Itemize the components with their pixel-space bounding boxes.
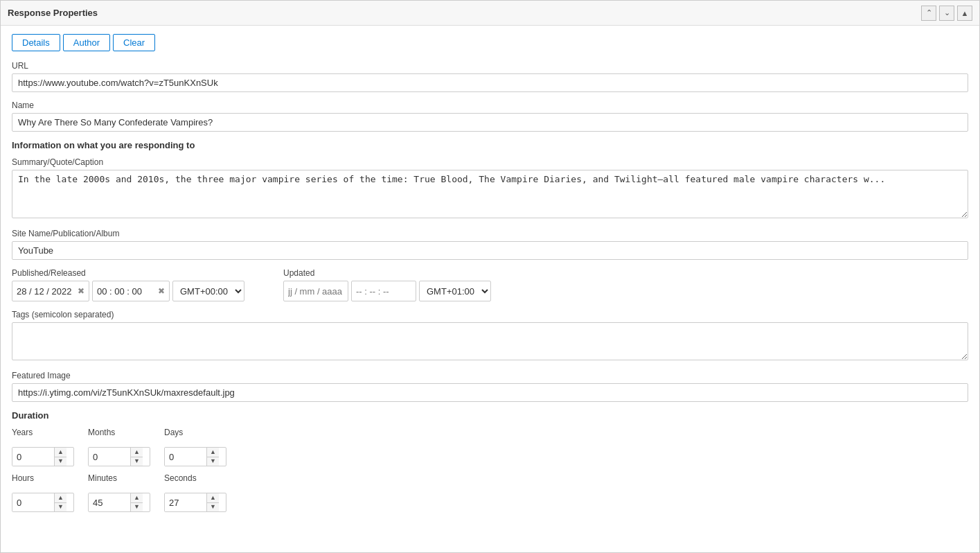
hours-increment[interactable]: ▲ <box>55 493 66 503</box>
panel-title: Response Properties <box>8 8 98 18</box>
panel-header: Response Properties ⌃ ⌄ ▲ <box>1 1 979 26</box>
hours-label: Hours <box>12 473 74 483</box>
years-decrement[interactable]: ▼ <box>55 457 66 466</box>
name-label: Name <box>12 100 968 110</box>
years-label: Years <box>12 428 74 437</box>
updated-time-input[interactable] <box>356 286 411 297</box>
published-tz-select[interactable]: GMT+00:00 GMT+01:00 GMT-05:00 <box>172 281 244 301</box>
months-spinner: ▲ ▼ <box>88 447 150 466</box>
panel-body: Details Author Clear URL Name Informatio… <box>1 26 979 527</box>
years-spinner-btns: ▲ ▼ <box>54 448 66 466</box>
tab-bar: Details Author Clear <box>12 34 968 51</box>
summary-field-group: Summary/Quote/Caption In the late 2000s … <box>12 157 968 220</box>
months-increment[interactable]: ▲ <box>131 448 143 457</box>
months-decrement[interactable]: ▼ <box>131 457 143 466</box>
updated-date-box <box>283 281 348 301</box>
duration-row-1: Years ▲ ▼ Months ▲ <box>12 428 968 466</box>
updated-fields: GMT+00:00 GMT+01:00 GMT-05:00 <box>283 281 491 301</box>
updated-date-input[interactable] <box>288 286 344 297</box>
published-time-clear[interactable]: ✖ <box>158 286 165 296</box>
years-spinner: ▲ ▼ <box>12 447 74 466</box>
days-spinner-btns: ▲ ▼ <box>206 448 219 466</box>
duration-row-2: Hours ▲ ▼ Minutes ▲ <box>12 473 968 512</box>
published-time-input[interactable] <box>97 286 152 297</box>
tab-details[interactable]: Details <box>12 34 60 51</box>
minutes-decrement[interactable]: ▼ <box>131 503 143 512</box>
minutes-increment[interactable]: ▲ <box>131 493 143 503</box>
published-fields: ✖ ✖ GMT+00:00 GMT+01:00 GMT-05:00 <box>12 281 244 301</box>
name-input[interactable] <box>12 113 968 132</box>
featured-image-field-group: Featured Image <box>12 371 968 402</box>
hours-input[interactable] <box>12 493 54 511</box>
url-label: URL <box>12 61 968 71</box>
duration-section: Duration Years ▲ ▼ Months <box>12 410 968 512</box>
summary-label: Summary/Quote/Caption <box>12 157 968 167</box>
updated-time-box <box>351 281 416 301</box>
updated-tz-select[interactable]: GMT+00:00 GMT+01:00 GMT-05:00 <box>419 281 491 301</box>
tags-field-group: Tags (semicolon separated) <box>12 310 968 362</box>
seconds-item: Seconds ▲ ▼ <box>164 473 226 512</box>
months-item: Months ▲ ▼ <box>88 428 150 466</box>
days-decrement[interactable]: ▼ <box>207 457 219 466</box>
seconds-input[interactable] <box>165 493 206 511</box>
hours-item: Hours ▲ ▼ <box>12 473 74 512</box>
tags-label: Tags (semicolon separated) <box>12 310 968 319</box>
collapse-down-button[interactable]: ⌄ <box>939 6 954 21</box>
tags-textarea[interactable] <box>12 322 968 360</box>
tab-author[interactable]: Author <box>63 34 110 51</box>
site-input[interactable] <box>12 241 968 260</box>
url-field-group: URL <box>12 61 968 92</box>
collapse-up-button[interactable]: ⌃ <box>921 6 936 21</box>
panel-controls: ⌃ ⌄ ▲ <box>921 6 972 21</box>
published-date-input[interactable] <box>17 286 72 297</box>
featured-image-input[interactable] <box>12 383 968 402</box>
minutes-label: Minutes <box>88 473 150 483</box>
site-field-group: Site Name/Publication/Album <box>12 229 968 260</box>
years-increment[interactable]: ▲ <box>55 448 66 457</box>
hours-spinner: ▲ ▼ <box>12 493 74 512</box>
featured-image-label: Featured Image <box>12 371 968 380</box>
published-date-box: ✖ <box>12 281 89 301</box>
years-input[interactable] <box>12 448 54 466</box>
pin-button[interactable]: ▲ <box>957 6 972 21</box>
months-label: Months <box>88 428 150 437</box>
days-input[interactable] <box>165 448 206 466</box>
days-spinner: ▲ ▼ <box>164 447 226 466</box>
hours-decrement[interactable]: ▼ <box>55 503 66 512</box>
summary-textarea[interactable]: In the late 2000s and 2010s, the three m… <box>12 170 968 218</box>
minutes-input[interactable] <box>89 493 130 511</box>
minutes-spinner: ▲ ▼ <box>88 493 150 512</box>
days-increment[interactable]: ▲ <box>207 448 219 457</box>
response-properties-panel: Response Properties ⌃ ⌄ ▲ Details Author… <box>0 0 980 553</box>
months-input[interactable] <box>89 448 130 466</box>
minutes-spinner-btns: ▲ ▼ <box>130 493 143 511</box>
updated-group: Updated GMT+00:00 GMT+01:00 GMT-05:00 <box>283 268 491 301</box>
url-input[interactable] <box>12 73 968 92</box>
site-label: Site Name/Publication/Album <box>12 229 968 238</box>
hours-spinner-btns: ▲ ▼ <box>54 493 66 511</box>
duration-heading: Duration <box>12 410 968 421</box>
seconds-decrement[interactable]: ▼ <box>207 503 219 512</box>
published-date-clear[interactable]: ✖ <box>78 286 84 296</box>
date-row: Published/Released ✖ ✖ GMT+00:00 GMT+01:… <box>12 268 968 301</box>
months-spinner-btns: ▲ ▼ <box>130 448 143 466</box>
published-group: Published/Released ✖ ✖ GMT+00:00 GMT+01:… <box>12 268 244 301</box>
days-label: Days <box>164 428 226 437</box>
seconds-label: Seconds <box>164 473 226 483</box>
minutes-item: Minutes ▲ ▼ <box>88 473 150 512</box>
tab-clear[interactable]: Clear <box>113 34 155 51</box>
published-label: Published/Released <box>12 268 244 278</box>
seconds-spinner: ▲ ▼ <box>164 493 226 512</box>
years-item: Years ▲ ▼ <box>12 428 74 466</box>
updated-label: Updated <box>283 268 491 278</box>
info-heading: Information on what you are responding t… <box>12 140 968 150</box>
published-time-box: ✖ <box>92 281 170 301</box>
name-field-group: Name <box>12 100 968 132</box>
seconds-increment[interactable]: ▲ <box>207 493 219 503</box>
days-item: Days ▲ ▼ <box>164 428 226 466</box>
seconds-spinner-btns: ▲ ▼ <box>206 493 219 511</box>
